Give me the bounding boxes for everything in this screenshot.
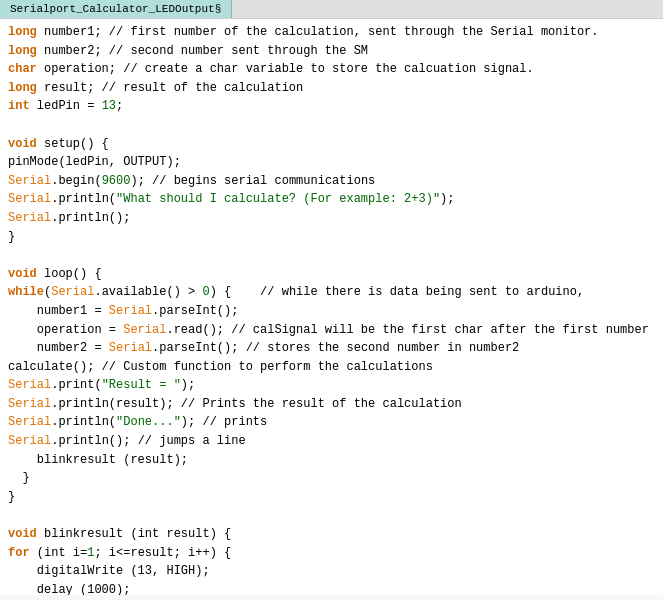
code-line: for (int i=1; i<=result; i++) { bbox=[8, 544, 655, 563]
code-line: blinkresult (result); bbox=[8, 451, 655, 470]
code-line: } bbox=[8, 488, 655, 507]
code-line: Serial.print("Result = "); bbox=[8, 376, 655, 395]
code-line: } bbox=[8, 228, 655, 247]
code-line: Serial.println(); // jumps a line bbox=[8, 432, 655, 451]
code-line: Serial.println("Done..."); // prints bbox=[8, 413, 655, 432]
code-line: operation = Serial.read(); // calSignal … bbox=[8, 321, 655, 340]
code-line: long result; // result of the calculatio… bbox=[8, 79, 655, 98]
code-line bbox=[8, 506, 655, 525]
code-line: Serial.println("What should I calculate?… bbox=[8, 190, 655, 209]
code-line: Serial.println(); bbox=[8, 209, 655, 228]
active-tab[interactable]: Serialport_Calculator_LEDOutput§ bbox=[0, 0, 232, 18]
code-line: void blinkresult (int result) { bbox=[8, 525, 655, 544]
code-line: calculate(); // Custom function to perfo… bbox=[8, 358, 655, 377]
code-line: number2 = Serial.parseInt(); // stores t… bbox=[8, 339, 655, 358]
code-line: while(Serial.available() > 0) { // while… bbox=[8, 283, 655, 302]
code-line: delay (1000); bbox=[8, 581, 655, 595]
code-line bbox=[8, 246, 655, 265]
code-line: pinMode(ledPin, OUTPUT); bbox=[8, 153, 655, 172]
tab-bar: Serialport_Calculator_LEDOutput§ bbox=[0, 0, 663, 19]
code-line: long number2; // second number sent thro… bbox=[8, 42, 655, 61]
code-line: digitalWrite (13, HIGH); bbox=[8, 562, 655, 581]
code-line: int ledPin = 13; bbox=[8, 97, 655, 116]
code-line: long number1; // first number of the cal… bbox=[8, 23, 655, 42]
code-line: } bbox=[8, 469, 655, 488]
code-line bbox=[8, 116, 655, 135]
code-line: char operation; // create a char variabl… bbox=[8, 60, 655, 79]
code-line: Serial.begin(9600); // begins serial com… bbox=[8, 172, 655, 191]
code-line: void setup() { bbox=[8, 135, 655, 154]
code-line: Serial.println(result); // Prints the re… bbox=[8, 395, 655, 414]
code-line: number1 = Serial.parseInt(); bbox=[8, 302, 655, 321]
code-line: void loop() { bbox=[8, 265, 655, 284]
code-area: long number1; // first number of the cal… bbox=[0, 19, 663, 595]
